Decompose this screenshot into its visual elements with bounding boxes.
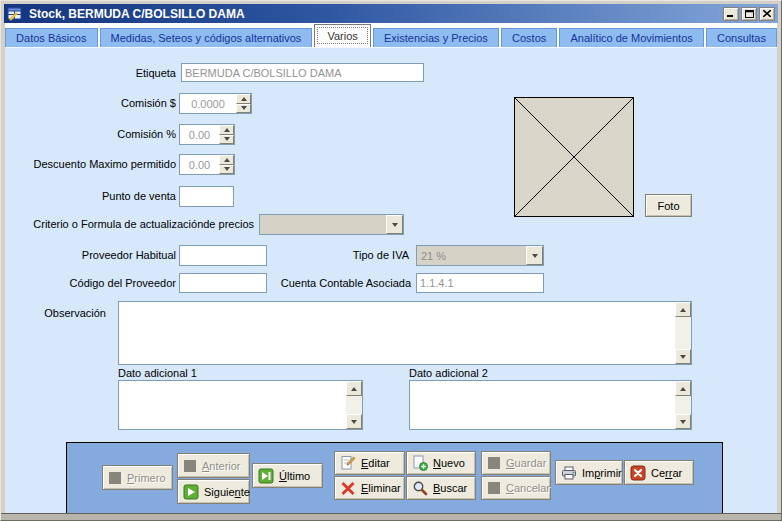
comision-pct-spin-up-icon[interactable]	[219, 125, 234, 135]
play-next-icon	[183, 484, 199, 500]
comision-pesos-spinner	[179, 93, 252, 114]
printer-icon	[561, 465, 577, 481]
maximize-button[interactable]	[741, 7, 757, 21]
comision-pct-spin-down-icon[interactable]	[219, 135, 234, 145]
minimize-button[interactable]	[723, 7, 739, 21]
comision-pesos-input[interactable]	[180, 94, 236, 113]
tipo-iva-value: 21 %	[417, 250, 526, 262]
proveedor-label: Proveedor Habitual	[5, 249, 176, 261]
punto-venta-input[interactable]	[179, 186, 234, 207]
window-bottom-border	[1, 513, 781, 520]
punto-venta-label: Punto de venta	[5, 190, 176, 202]
photo-placeholder	[514, 97, 634, 217]
descuento-spin-up-icon[interactable]	[219, 155, 234, 165]
form-grid-pencil-icon	[7, 7, 24, 21]
tab-medidas-seteos[interactable]: Medidas, Seteos y códigos alternativos	[100, 28, 313, 47]
etiqueta-label: Etiqueta	[5, 67, 176, 79]
codigo-proveedor-label: Código del Proveedor	[5, 277, 176, 289]
window-title: Stock, BERMUDA C/BOLSILLO DAMA	[29, 7, 245, 21]
close-button[interactable]	[759, 7, 775, 21]
descuento-label: Descuento Maximo permitido	[5, 158, 176, 170]
scroll-up-icon[interactable]	[346, 381, 362, 396]
imprimir-button[interactable]: Imprimir	[555, 460, 623, 485]
guardar-icon	[487, 456, 501, 470]
delete-x-icon	[340, 480, 356, 496]
primero-icon	[108, 471, 122, 485]
tipo-iva-combobox: 21 %	[416, 245, 544, 266]
eliminar-button[interactable]: Eliminar	[334, 476, 405, 500]
etiqueta-input[interactable]	[181, 63, 424, 82]
criterio-dropdown-arrow-icon	[386, 215, 403, 234]
observacion-textarea[interactable]	[118, 301, 692, 365]
tipo-iva-dropdown-arrow-icon	[526, 246, 543, 265]
scroll-down-icon[interactable]	[675, 414, 691, 429]
dato1-label: Dato adicional 1	[118, 367, 318, 379]
dato1-scrollbar[interactable]	[346, 381, 362, 429]
scroll-down-icon[interactable]	[346, 414, 362, 429]
close-red-x-icon	[630, 465, 646, 481]
cancelar-button: Cancelar	[481, 476, 551, 500]
criterio-label: Criterio o Formula de actualizaciónde pr…	[5, 218, 254, 230]
siguiente-button[interactable]: Siguiente	[177, 479, 250, 504]
comision-pesos-spin-down-icon[interactable]	[236, 104, 251, 114]
title-bar[interactable]: Stock, BERMUDA C/BOLSILLO DAMA	[4, 4, 778, 23]
skip-to-end-icon	[258, 468, 274, 484]
app-window: Stock, BERMUDA C/BOLSILLO DAMA Datos Bás…	[0, 0, 782, 521]
proveedor-input[interactable]	[179, 245, 267, 266]
ultimo-button[interactable]: Último	[252, 463, 323, 488]
scroll-down-icon[interactable]	[675, 349, 691, 364]
tab-varios[interactable]: Varios	[314, 24, 370, 47]
observacion-scrollbar[interactable]	[675, 302, 691, 364]
tab-consultas[interactable]: Consultas	[706, 28, 777, 47]
guardar-button: Guardar	[481, 451, 551, 475]
observacion-text	[120, 303, 674, 363]
tab-page-varios: Etiqueta Comisión $ Comisión % Descuento…	[5, 47, 777, 514]
dato2-label: Dato adicional 2	[409, 367, 609, 379]
new-document-plus-icon	[412, 455, 428, 471]
nuevo-button[interactable]: Nuevo	[406, 451, 476, 475]
search-magnifier-icon	[412, 480, 428, 496]
comision-pct-label: Comisión %	[5, 128, 176, 140]
cancelar-icon	[487, 481, 501, 495]
criterio-combobox	[259, 214, 404, 235]
window-controls	[723, 7, 775, 21]
tab-analitico-movimientos[interactable]: Analítico de Movimientos	[559, 28, 703, 47]
dato1-text	[120, 382, 345, 428]
codigo-proveedor-input[interactable]	[179, 273, 267, 293]
comision-pesos-label: Comisión $	[5, 97, 176, 109]
cuenta-contable-input	[416, 273, 544, 293]
tab-bar: Datos Básicos Medidas, Seteos y códigos …	[5, 23, 777, 47]
tab-existencias-precios[interactable]: Existencias y Precios	[373, 28, 499, 47]
foto-button[interactable]: Foto	[645, 194, 692, 217]
dato1-textarea[interactable]	[118, 380, 363, 430]
comision-pct-spinner	[179, 124, 235, 145]
scroll-up-icon[interactable]	[675, 381, 691, 396]
edit-pencil-icon	[340, 455, 356, 471]
tipo-iva-label: Tipo de IVA	[305, 249, 409, 261]
tab-costos[interactable]: Costos	[501, 28, 557, 47]
cerrar-button[interactable]: Cerrar	[624, 460, 694, 485]
anterior-icon	[183, 459, 197, 473]
button-panel: Primero Anterior Siguiente	[66, 442, 723, 516]
anterior-button: Anterior	[177, 453, 250, 478]
dato2-scrollbar[interactable]	[675, 381, 691, 429]
scroll-up-icon[interactable]	[675, 302, 691, 317]
observacion-label: Observación	[5, 307, 106, 319]
primero-button: Primero	[102, 465, 173, 490]
buscar-button[interactable]: Buscar	[406, 476, 476, 500]
descuento-spin-down-icon[interactable]	[219, 165, 234, 175]
tab-datos-basicos[interactable]: Datos Básicos	[5, 28, 98, 47]
descuento-input[interactable]	[180, 155, 219, 174]
dato2-textarea[interactable]	[409, 380, 692, 430]
editar-button[interactable]: Editar	[334, 451, 405, 475]
comision-pct-input[interactable]	[180, 125, 219, 144]
cuenta-contable-label: Cuenta Contable Asociada	[255, 277, 411, 289]
descuento-spinner	[179, 154, 235, 175]
dato2-text	[411, 382, 674, 428]
comision-pesos-spin-up-icon[interactable]	[236, 94, 251, 104]
